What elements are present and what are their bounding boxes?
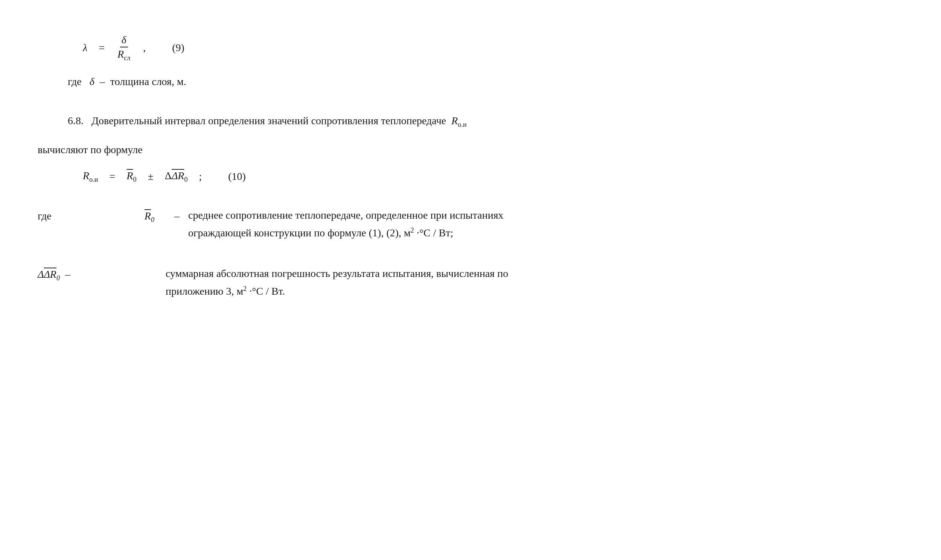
numerator-delta: δ: [120, 34, 128, 48]
def-delta-deg: °: [252, 285, 256, 297]
def-r0-sub: 0: [151, 215, 154, 223]
equals-10: =: [109, 171, 115, 183]
def-r0-text: среднее сопротивление теплопередаче, опр…: [188, 206, 903, 242]
equals-9: =: [98, 42, 105, 54]
rou-sub: о.и: [458, 121, 466, 128]
def-r0-cunit: С / Вт;: [423, 227, 453, 238]
def-where-label: где: [38, 206, 83, 225]
r0bar-sym: R0: [126, 170, 136, 184]
where-9-label: где: [68, 75, 81, 87]
where-9-desc: толщина слоя, м.: [110, 75, 186, 87]
def-delta-cunit: С / Вт.: [256, 285, 285, 297]
comma-9: ,: [143, 42, 146, 54]
def-r0-desc1: среднее сопротивление теплопередаче, опр…: [188, 209, 504, 221]
def-delta-desc2: приложению 3, м: [166, 285, 243, 297]
rou-sym: R: [451, 115, 458, 126]
def-r0-dot: ·: [414, 227, 419, 238]
delta-r0bar-sym: ΔΔR0: [165, 170, 188, 184]
def-delta-row: ΔΔR0 – суммарная абсолютная погрешность …: [38, 265, 903, 300]
def-delta-dash: –: [65, 268, 71, 280]
fraction-delta-r: δ Rсл: [116, 34, 132, 62]
where-9-text: где δ – толщина слоя, м.: [38, 73, 903, 90]
pm-10: ±: [148, 171, 153, 183]
def-delta-symbol: ΔΔR0 –: [38, 265, 166, 284]
formula-9-block: λ = δ Rсл , (9): [83, 34, 903, 62]
formula10-rou: Rо.и: [83, 170, 98, 184]
formula-number-9: (9): [172, 42, 185, 54]
delta-where-sym: δ: [89, 75, 94, 87]
section-68-text: Доверительный интервал определения значе…: [91, 115, 446, 126]
def-delta-text: суммарная абсолютная погрешность результ…: [166, 265, 903, 300]
formula-10-block: Rо.и = R0 ± ΔΔR0 ; (10): [83, 170, 903, 184]
semicolon-10: ;: [199, 171, 202, 183]
def-r0-sup: 2: [411, 226, 414, 234]
r0bar-sub: 0: [133, 176, 136, 183]
lambda-symbol: λ: [83, 42, 87, 54]
rsl-sub: сл: [124, 54, 130, 62]
def-delta-dot: ·: [246, 285, 252, 297]
where-9-dash: –: [100, 75, 105, 87]
def-r0-symbol: R0: [83, 206, 166, 226]
page-content: λ = δ Rсл , (9) где δ – толщина слоя, м.…: [38, 34, 903, 300]
rou-sub-10: о.и: [89, 176, 98, 183]
def-r0-deg: °: [419, 227, 423, 238]
section-68-heading: 6.8. Доверительный интервал определения …: [38, 112, 903, 130]
def-r0-row: где R0 – среднее сопротивление теплопере…: [38, 206, 903, 242]
def-r0-dash: –: [166, 206, 188, 225]
def-r0-desc2: ограждающей конструкции по формуле (1), …: [188, 227, 411, 238]
def-delta-desc1: суммарная абсолютная погрешность результ…: [166, 268, 508, 279]
formula-number-10: (10): [228, 171, 246, 183]
denominator-rsl: Rсл: [116, 48, 132, 62]
delta-r0bar-sub: 0: [184, 176, 188, 183]
def-delta-sub: 0: [57, 274, 60, 282]
def-delta-sup: 2: [243, 285, 246, 292]
section-68-number: 6.8.: [68, 115, 83, 126]
section-68-text2: вычисляют по формуле: [38, 142, 903, 158]
